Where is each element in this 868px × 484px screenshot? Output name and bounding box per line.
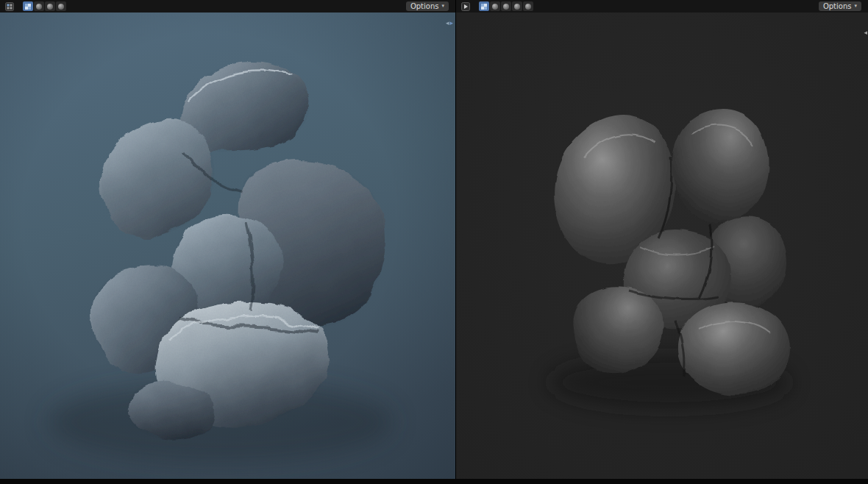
splitter-left-arrow-icon[interactable]: ◂ bbox=[446, 20, 449, 26]
viewport-editor-icon bbox=[5, 2, 14, 11]
checker-icon bbox=[25, 4, 31, 10]
shading-sphere-icon bbox=[58, 4, 64, 10]
shading-sphere-icon bbox=[514, 4, 520, 10]
options-dropdown-right[interactable]: Options ▾ bbox=[819, 1, 861, 11]
shading-material-button[interactable] bbox=[512, 1, 522, 11]
viewport-header-right: Options ▾ bbox=[456, 0, 868, 13]
shading-sphere-icon bbox=[525, 4, 531, 10]
checker-icon bbox=[481, 4, 487, 10]
shading-sphere-icon bbox=[492, 4, 498, 10]
editor-type-button[interactable] bbox=[459, 1, 472, 12]
shading-button-group-right bbox=[479, 1, 533, 11]
shading-button-group-left bbox=[23, 1, 66, 11]
viewport-header-left: Options ▾ bbox=[0, 0, 455, 13]
viewport-splitter[interactable]: ◂ ▸ bbox=[446, 20, 453, 26]
shading-material-button[interactable] bbox=[56, 1, 66, 11]
shading-wireframe-button[interactable] bbox=[34, 1, 44, 11]
shading-solid-button[interactable] bbox=[501, 1, 511, 11]
viewport-canvas-rendered[interactable] bbox=[0, 0, 455, 479]
sidebar-collapse-arrow-icon[interactable]: ◂ bbox=[864, 29, 867, 36]
shading-rendered-button[interactable] bbox=[523, 1, 533, 11]
viewport-rendered[interactable]: Options ▾ bbox=[0, 0, 455, 479]
editor-type-button[interactable] bbox=[3, 1, 16, 12]
shading-sphere-icon bbox=[47, 4, 53, 10]
splitter-right-arrow-icon[interactable]: ▸ bbox=[450, 20, 454, 26]
options-label: Options bbox=[410, 1, 439, 11]
viewport-solid[interactable]: Options ▾ bbox=[456, 0, 868, 479]
options-dropdown-left[interactable]: Options ▾ bbox=[406, 1, 449, 11]
shading-wireframe-button[interactable] bbox=[490, 1, 500, 11]
viewport-canvas-solid[interactable] bbox=[456, 0, 868, 479]
shading-sphere-icon bbox=[36, 4, 42, 10]
options-label: Options bbox=[823, 1, 852, 11]
chevron-down-icon: ▾ bbox=[441, 1, 444, 11]
bottom-bar bbox=[0, 479, 868, 484]
split-3d-workspace: Options ▾ bbox=[0, 0, 868, 484]
shading-sphere-icon bbox=[503, 4, 509, 10]
viewport-editor-icon bbox=[461, 2, 470, 11]
chevron-down-icon: ▾ bbox=[854, 1, 857, 11]
overlay-checker-button[interactable] bbox=[23, 1, 33, 11]
shading-solid-button[interactable] bbox=[45, 1, 55, 11]
overlay-checker-button[interactable] bbox=[479, 1, 489, 11]
